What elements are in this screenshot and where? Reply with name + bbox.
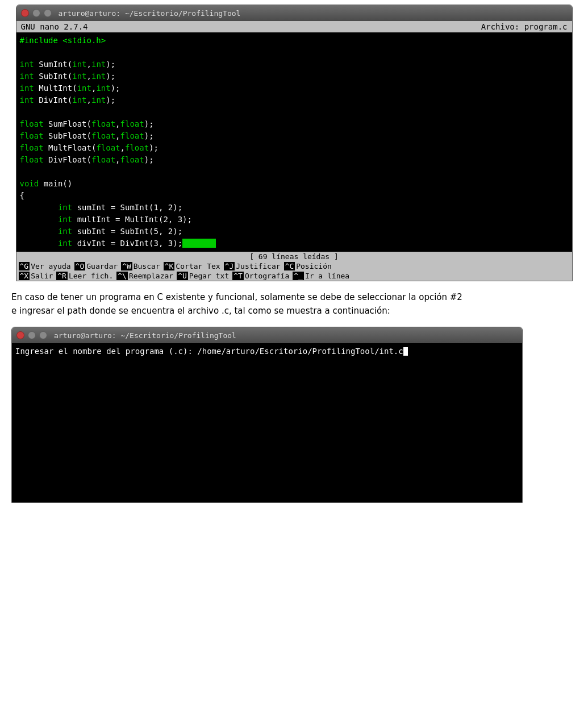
footer-item-help[interactable]: ^G Ver ayuda — [19, 262, 73, 270]
terminal-window-2: arturo@arturo: ~/Escritorio/ProfilingToo… — [11, 327, 523, 503]
close-button-1[interactable] — [21, 9, 29, 17]
maximize-button-2[interactable] — [39, 331, 47, 339]
terminal-body-2[interactable]: Ingresar el nombre del programa (.c): /h… — [12, 343, 522, 502]
terminal-window-1: arturo@arturo: ~/Escritorio/ProfilingToo… — [16, 5, 573, 281]
minimize-button-1[interactable] — [32, 9, 40, 17]
nano-footer-row2: ^X Salir ^R Leer fich. ^\ Reemplazar ^U … — [16, 271, 572, 281]
maximize-button-1[interactable] — [44, 9, 52, 17]
prose-line1: En caso de tener un programa en C existe… — [11, 290, 577, 304]
footer-item-paste[interactable]: ^U Pegar txt — [177, 272, 231, 280]
prose-line2: e ingresar el path donde se encuentra el… — [11, 304, 577, 318]
cursor — [403, 347, 408, 356]
minimize-button-2[interactable] — [28, 331, 36, 339]
nano-footer-row1: ^G Ver ayuda ^O Guardar ^W Buscar ^K Cor… — [16, 261, 572, 271]
titlebar-2: arturo@arturo: ~/Escritorio/ProfilingToo… — [12, 327, 522, 343]
footer-item-search[interactable]: ^W Buscar — [121, 262, 162, 270]
footer-item-replace[interactable]: ^\ Reemplazar — [116, 272, 176, 280]
footer-item-position[interactable]: ^C Posición — [284, 262, 334, 270]
nano-header-1: GNU nano 2.7.4 Archivo: program.c — [16, 21, 572, 32]
nano-filename: Archivo: program.c — [481, 22, 568, 31]
titlebar-text-2: arturo@arturo: ~/Escritorio/ProfilingToo… — [54, 331, 236, 340]
footer-item-justify[interactable]: ^J Justificar — [224, 262, 283, 270]
footer-item-cut[interactable]: ^K Cortar Tex — [164, 262, 223, 270]
nano-version: GNU nano 2.7.4 — [21, 22, 88, 31]
footer-item-exit[interactable]: ^X Salir — [19, 272, 56, 280]
footer-item-read[interactable]: ^R Leer fich. — [56, 272, 115, 280]
prose-section: En caso de tener un programa en C existe… — [0, 281, 588, 327]
prompt-line: Ingresar el nombre del programa (.c): /h… — [15, 347, 403, 356]
titlebar-text-1: arturo@arturo: ~/Escritorio/ProfilingToo… — [59, 9, 241, 18]
terminal-body-1[interactable]: #include <stdio.h> int SumInt(int,int); … — [16, 32, 572, 252]
status-bar-1: [ 69 líneas leídas ] — [16, 252, 572, 261]
footer-item-spell[interactable]: ^T Ortografía — [232, 272, 291, 280]
close-button-2[interactable] — [16, 331, 24, 339]
footer-item-goto[interactable]: ^_ Ir a línea — [293, 272, 352, 280]
titlebar-1: arturo@arturo: ~/Escritorio/ProfilingToo… — [16, 5, 572, 21]
footer-item-save[interactable]: ^O Guardar — [74, 262, 120, 270]
